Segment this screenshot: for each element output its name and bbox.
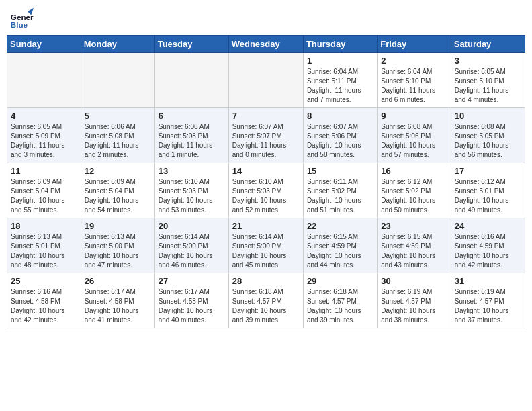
weekday-header: Friday [378, 36, 451, 53]
calendar-cell: 14Sunrise: 6:10 AM Sunset: 5:03 PM Dayli… [228, 163, 303, 218]
day-info: Sunrise: 6:18 AM Sunset: 4:57 PM Dayligh… [232, 287, 300, 325]
day-number: 7 [232, 111, 300, 121]
day-number: 20 [159, 221, 225, 231]
day-info: Sunrise: 6:04 AM Sunset: 5:11 PM Dayligh… [307, 67, 373, 105]
weekday-header: Thursday [303, 36, 377, 53]
day-info: Sunrise: 6:17 AM Sunset: 4:58 PM Dayligh… [159, 287, 225, 325]
calendar-cell: 17Sunrise: 6:12 AM Sunset: 5:01 PM Dayli… [451, 163, 525, 218]
calendar-cell: 2Sunrise: 6:04 AM Sunset: 5:10 PM Daylig… [378, 53, 451, 108]
calendar-cell: 10Sunrise: 6:08 AM Sunset: 5:05 PM Dayli… [451, 108, 525, 163]
calendar-cell: 4Sunrise: 6:05 AM Sunset: 5:09 PM Daylig… [7, 108, 81, 163]
day-info: Sunrise: 6:13 AM Sunset: 5:00 PM Dayligh… [85, 232, 151, 270]
logo-icon: General Blue [9, 7, 34, 31]
calendar-cell [81, 53, 154, 108]
calendar-cell: 6Sunrise: 6:06 AM Sunset: 5:08 PM Daylig… [154, 108, 228, 163]
day-number: 5 [85, 111, 151, 121]
calendar-cell: 27Sunrise: 6:17 AM Sunset: 4:58 PM Dayli… [154, 273, 228, 328]
svg-text:Blue: Blue [11, 20, 28, 29]
day-number: 23 [381, 221, 447, 231]
calendar-cell: 3Sunrise: 6:05 AM Sunset: 5:10 PM Daylig… [451, 53, 525, 108]
day-info: Sunrise: 6:18 AM Sunset: 4:57 PM Dayligh… [307, 287, 373, 325]
day-number: 30 [381, 276, 447, 286]
day-info: Sunrise: 6:14 AM Sunset: 5:00 PM Dayligh… [159, 232, 225, 270]
calendar-cell [7, 53, 81, 108]
day-number: 9 [381, 111, 447, 121]
day-info: Sunrise: 6:15 AM Sunset: 4:59 PM Dayligh… [307, 232, 373, 270]
day-info: Sunrise: 6:05 AM Sunset: 5:10 PM Dayligh… [455, 67, 521, 105]
day-number: 25 [11, 276, 77, 286]
calendar-cell: 24Sunrise: 6:16 AM Sunset: 4:59 PM Dayli… [451, 218, 525, 273]
day-number: 2 [381, 56, 447, 66]
day-info: Sunrise: 6:17 AM Sunset: 4:58 PM Dayligh… [85, 287, 151, 325]
calendar-cell: 21Sunrise: 6:14 AM Sunset: 5:00 PM Dayli… [228, 218, 303, 273]
day-info: Sunrise: 6:12 AM Sunset: 5:01 PM Dayligh… [455, 177, 521, 215]
calendar-cell: 23Sunrise: 6:15 AM Sunset: 4:59 PM Dayli… [378, 218, 451, 273]
day-number: 14 [232, 166, 300, 176]
day-number: 22 [307, 221, 373, 231]
day-info: Sunrise: 6:19 AM Sunset: 4:57 PM Dayligh… [381, 287, 447, 325]
weekday-header: Tuesday [154, 36, 228, 53]
calendar-cell: 22Sunrise: 6:15 AM Sunset: 4:59 PM Dayli… [303, 218, 377, 273]
weekday-header: Saturday [451, 36, 525, 53]
day-number: 31 [455, 276, 521, 286]
day-number: 4 [11, 111, 77, 121]
calendar-cell: 11Sunrise: 6:09 AM Sunset: 5:04 PM Dayli… [7, 163, 81, 218]
weekday-header: Sunday [7, 36, 81, 53]
day-number: 29 [307, 276, 373, 286]
day-info: Sunrise: 6:10 AM Sunset: 5:03 PM Dayligh… [232, 177, 300, 215]
calendar-cell: 31Sunrise: 6:19 AM Sunset: 4:57 PM Dayli… [451, 273, 525, 328]
calendar-cell: 30Sunrise: 6:19 AM Sunset: 4:57 PM Dayli… [378, 273, 451, 328]
calendar-cell [228, 53, 303, 108]
day-number: 21 [232, 221, 300, 231]
calendar-cell: 13Sunrise: 6:10 AM Sunset: 5:03 PM Dayli… [154, 163, 228, 218]
day-info: Sunrise: 6:07 AM Sunset: 5:07 PM Dayligh… [232, 122, 300, 160]
calendar-cell: 15Sunrise: 6:11 AM Sunset: 5:02 PM Dayli… [303, 163, 377, 218]
page-header: General Blue [7, 7, 525, 31]
calendar-cell: 25Sunrise: 6:16 AM Sunset: 4:58 PM Dayli… [7, 273, 81, 328]
weekday-header: Monday [81, 36, 154, 53]
day-info: Sunrise: 6:10 AM Sunset: 5:03 PM Dayligh… [159, 177, 225, 215]
calendar-cell: 26Sunrise: 6:17 AM Sunset: 4:58 PM Dayli… [81, 273, 154, 328]
day-info: Sunrise: 6:16 AM Sunset: 4:58 PM Dayligh… [11, 287, 77, 325]
day-number: 27 [159, 276, 225, 286]
day-number: 13 [159, 166, 225, 176]
weekday-header: Wednesday [228, 36, 303, 53]
day-number: 1 [307, 56, 373, 66]
day-number: 24 [455, 221, 521, 231]
day-info: Sunrise: 6:09 AM Sunset: 5:04 PM Dayligh… [85, 177, 151, 215]
day-number: 18 [11, 221, 77, 231]
day-number: 28 [232, 276, 300, 286]
calendar-cell: 28Sunrise: 6:18 AM Sunset: 4:57 PM Dayli… [228, 273, 303, 328]
day-number: 16 [381, 166, 447, 176]
calendar-cell: 20Sunrise: 6:14 AM Sunset: 5:00 PM Dayli… [154, 218, 228, 273]
day-number: 15 [307, 166, 373, 176]
day-info: Sunrise: 6:06 AM Sunset: 5:08 PM Dayligh… [85, 122, 151, 160]
day-number: 19 [85, 221, 151, 231]
day-number: 3 [455, 56, 521, 66]
day-info: Sunrise: 6:12 AM Sunset: 5:02 PM Dayligh… [381, 177, 447, 215]
day-info: Sunrise: 6:04 AM Sunset: 5:10 PM Dayligh… [381, 67, 447, 105]
calendar-cell: 12Sunrise: 6:09 AM Sunset: 5:04 PM Dayli… [81, 163, 154, 218]
calendar-cell: 19Sunrise: 6:13 AM Sunset: 5:00 PM Dayli… [81, 218, 154, 273]
calendar-cell: 29Sunrise: 6:18 AM Sunset: 4:57 PM Dayli… [303, 273, 377, 328]
day-info: Sunrise: 6:11 AM Sunset: 5:02 PM Dayligh… [307, 177, 373, 215]
day-info: Sunrise: 6:09 AM Sunset: 5:04 PM Dayligh… [11, 177, 77, 215]
calendar-cell: 7Sunrise: 6:07 AM Sunset: 5:07 PM Daylig… [228, 108, 303, 163]
day-info: Sunrise: 6:16 AM Sunset: 4:59 PM Dayligh… [455, 232, 521, 270]
day-info: Sunrise: 6:13 AM Sunset: 5:01 PM Dayligh… [11, 232, 77, 270]
day-number: 10 [455, 111, 521, 121]
calendar-cell: 18Sunrise: 6:13 AM Sunset: 5:01 PM Dayli… [7, 218, 81, 273]
day-number: 8 [307, 111, 373, 121]
day-number: 6 [159, 111, 225, 121]
calendar-table: SundayMondayTuesdayWednesdayThursdayFrid… [7, 35, 525, 328]
day-info: Sunrise: 6:08 AM Sunset: 5:05 PM Dayligh… [455, 122, 521, 160]
day-info: Sunrise: 6:07 AM Sunset: 5:06 PM Dayligh… [307, 122, 373, 160]
calendar-cell: 8Sunrise: 6:07 AM Sunset: 5:06 PM Daylig… [303, 108, 377, 163]
calendar-cell: 5Sunrise: 6:06 AM Sunset: 5:08 PM Daylig… [81, 108, 154, 163]
logo: General Blue [9, 7, 34, 31]
calendar-cell: 1Sunrise: 6:04 AM Sunset: 5:11 PM Daylig… [303, 53, 377, 108]
calendar-cell [154, 53, 228, 108]
day-info: Sunrise: 6:15 AM Sunset: 4:59 PM Dayligh… [381, 232, 447, 270]
day-info: Sunrise: 6:06 AM Sunset: 5:08 PM Dayligh… [159, 122, 225, 160]
day-info: Sunrise: 6:19 AM Sunset: 4:57 PM Dayligh… [455, 287, 521, 325]
